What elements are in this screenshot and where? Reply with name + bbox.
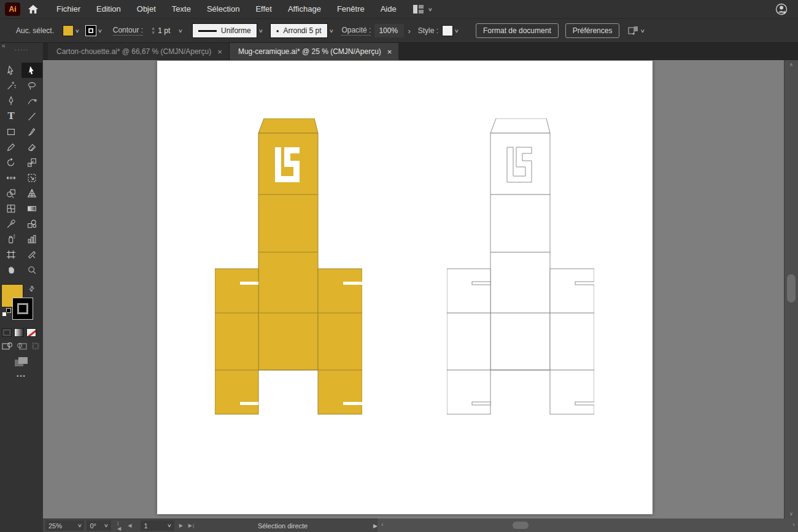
- canvas-pasteboard[interactable]: [43, 60, 784, 519]
- mesh-tool[interactable]: [1, 201, 21, 216]
- account-share-icon[interactable]: [775, 2, 788, 18]
- carton-dieline-filled[interactable]: [215, 118, 362, 416]
- vertical-scrollbar[interactable]: ∧ ∨: [784, 60, 798, 519]
- graphic-style-swatch[interactable]: [442, 25, 453, 36]
- edit-toolbar-ellipsis[interactable]: •••: [17, 373, 26, 379]
- stroke-width-stepper[interactable]: ∧ ∨: [152, 27, 155, 34]
- draw-behind-icon[interactable]: [15, 341, 28, 351]
- zoom-tool[interactable]: [21, 262, 42, 277]
- document-setup-button[interactable]: Format de document: [476, 23, 559, 38]
- curvature-tool[interactable]: [21, 93, 42, 109]
- chevron-down-icon[interactable]: ∨: [258, 28, 263, 34]
- contour-label[interactable]: Contour :: [113, 26, 143, 36]
- tab-carton-chouette[interactable]: Carton-chouette.ai* @ 66,67 % (CMJN/Aper…: [48, 43, 230, 60]
- direct-selection-tool[interactable]: [21, 63, 42, 78]
- artboard-tool[interactable]: [1, 247, 21, 262]
- chevron-down-icon[interactable]: ∨: [104, 523, 109, 528]
- screen-mode-button[interactable]: [14, 356, 29, 371]
- previous-artboard-icon[interactable]: ◀: [128, 523, 132, 528]
- lasso-tool[interactable]: [21, 78, 42, 93]
- chevron-down-icon[interactable]: ∨: [98, 28, 103, 34]
- status-menu-arrow-icon[interactable]: ▶: [373, 523, 378, 529]
- menu-edition[interactable]: Edition: [88, 0, 129, 18]
- shaper-pencil-tool[interactable]: [1, 139, 21, 155]
- menu-texte[interactable]: Texte: [164, 0, 199, 18]
- stepper-down-icon[interactable]: ∨: [152, 31, 155, 34]
- vertical-scrollbar-thumb[interactable]: [787, 274, 796, 303]
- collapse-panel-icon[interactable]: «: [2, 42, 6, 49]
- gradient-button[interactable]: [14, 328, 24, 337]
- eraser-tool[interactable]: [21, 139, 42, 155]
- dieline-center-column[interactable]: [258, 133, 318, 370]
- magic-wand-tool[interactable]: [1, 78, 21, 93]
- stroke-width-value[interactable]: 1 pt: [158, 26, 170, 35]
- tab-mug-ceramique[interactable]: Mug-ceramique.ai* @ 25 % (CMJN/Aperçu) ×: [230, 43, 399, 60]
- line-segment-tool[interactable]: [21, 109, 42, 124]
- chevron-down-icon[interactable]: ∨: [75, 28, 80, 34]
- free-transform-tool[interactable]: [21, 170, 42, 185]
- last-artboard-icon[interactable]: ▶|: [188, 523, 195, 528]
- preferences-button[interactable]: Préférences: [565, 23, 620, 38]
- dieline-top-flap[interactable]: [258, 118, 318, 133]
- paintbrush-tool[interactable]: [21, 124, 42, 139]
- brush-definition-dropdown[interactable]: ● Arrondi 5 pt: [270, 23, 328, 38]
- chevron-down-icon[interactable]: ∨: [167, 523, 172, 528]
- arrange-documents[interactable]: ∨: [628, 26, 645, 36]
- chevron-down-icon[interactable]: ∨: [454, 28, 459, 34]
- type-tool[interactable]: T: [1, 109, 21, 124]
- hand-tool[interactable]: [1, 262, 21, 277]
- menu-objet[interactable]: Objet: [129, 0, 164, 18]
- perspective-grid-tool[interactable]: [21, 185, 42, 201]
- panel-grip-dots[interactable]: ·····: [14, 46, 28, 53]
- horizontal-scrollbar-thumb[interactable]: [513, 522, 529, 529]
- dieline-left-wing[interactable]: [447, 269, 490, 414]
- opacity-label[interactable]: Opacité :: [341, 26, 371, 36]
- slice-tool[interactable]: [21, 247, 42, 262]
- draw-normal-icon[interactable]: [1, 341, 14, 351]
- workspace-switcher[interactable]: ∨: [413, 5, 432, 13]
- shape-builder-tool[interactable]: [1, 185, 21, 201]
- menu-selection[interactable]: Sélection: [199, 0, 247, 18]
- close-icon[interactable]: ×: [217, 47, 222, 56]
- next-artboard-icon[interactable]: ▶: [179, 523, 184, 528]
- rectangle-tool[interactable]: [1, 124, 21, 139]
- dieline-right-wing[interactable]: [318, 269, 362, 414]
- dieline-right-wing[interactable]: [550, 269, 594, 414]
- draw-inside-icon[interactable]: [29, 341, 42, 351]
- carton-dieline-outline[interactable]: [447, 118, 594, 416]
- none-button[interactable]: [26, 328, 36, 337]
- menu-fenetre[interactable]: Fenêtre: [329, 0, 373, 18]
- illustrator-app-icon[interactable]: Ai: [5, 2, 20, 16]
- selection-tool[interactable]: [1, 63, 21, 78]
- scroll-right-icon[interactable]: ›: [792, 520, 795, 528]
- width-tool[interactable]: [1, 170, 21, 185]
- menu-effet[interactable]: Effet: [247, 0, 280, 18]
- chevron-down-icon[interactable]: ∨: [640, 28, 645, 34]
- default-fill-stroke-icon[interactable]: [2, 308, 11, 317]
- horizontal-scrollbar[interactable]: ‹ ›: [378, 519, 798, 532]
- scroll-up-icon[interactable]: ∧: [784, 62, 798, 67]
- artboard-number-combo[interactable]: 1 ∨: [141, 520, 174, 531]
- close-icon[interactable]: ×: [387, 47, 392, 56]
- chevron-down-icon[interactable]: ∨: [328, 28, 333, 34]
- eyedropper-tool[interactable]: [1, 216, 21, 231]
- swap-fill-stroke-icon[interactable]: ⇄: [27, 284, 37, 294]
- zoom-level-combo[interactable]: 25% ∨: [45, 520, 84, 531]
- first-artboard-icon[interactable]: |◀: [117, 520, 123, 531]
- dieline-top-flap[interactable]: [490, 118, 550, 133]
- home-icon[interactable]: [28, 4, 39, 14]
- scroll-down-icon[interactable]: ∨: [784, 511, 798, 517]
- menu-affichage[interactable]: Affichage: [280, 0, 329, 18]
- chevron-down-icon[interactable]: ∨: [77, 523, 82, 528]
- stroke-color-swatch[interactable]: [85, 25, 96, 36]
- opacity-value-field[interactable]: 100%: [374, 24, 404, 37]
- symbol-sprayer-tool[interactable]: [1, 231, 21, 247]
- blend-tool[interactable]: [21, 216, 42, 231]
- color-button[interactable]: [2, 328, 12, 337]
- menu-fichier[interactable]: Fichier: [48, 0, 88, 18]
- fill-color-swatch[interactable]: [63, 25, 74, 36]
- chevron-down-icon[interactable]: ∨: [428, 7, 433, 12]
- pen-tool[interactable]: [1, 93, 21, 109]
- gradient-tool[interactable]: [21, 201, 42, 216]
- scroll-left-icon[interactable]: ‹: [381, 520, 384, 528]
